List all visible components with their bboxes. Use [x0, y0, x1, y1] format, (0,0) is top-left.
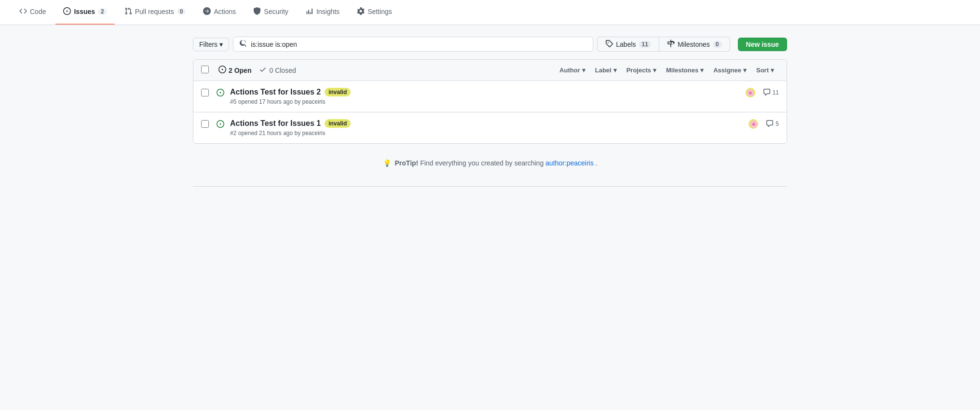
- milestones-filter[interactable]: Milestones ▾: [661, 65, 708, 76]
- sort-chevron: ▾: [771, 67, 774, 74]
- protip-after: .: [596, 159, 598, 167]
- search-input[interactable]: is:issue is:open: [251, 41, 587, 48]
- bulb-icon: 💡: [383, 159, 391, 167]
- assignee-chevron: ▾: [743, 67, 747, 74]
- chevron-down-icon: ▾: [219, 41, 223, 48]
- issue-5-meta: #5 opened 17 hours ago by peaceiris: [230, 98, 740, 105]
- issue-2-label-badge[interactable]: invalid: [325, 119, 351, 128]
- milestone-icon: [667, 40, 675, 49]
- sort-filter[interactable]: Sort ▾: [751, 65, 779, 76]
- issue-2-checkbox[interactable]: [201, 120, 209, 128]
- protip-text: ProTip! Find everything you created by s…: [395, 159, 598, 167]
- filters-button[interactable]: Filters ▾: [193, 38, 229, 51]
- issue-2-meta: #2 opened 21 hours ago by peaceiris: [230, 130, 743, 137]
- insights-icon: [306, 7, 313, 16]
- settings-icon: [357, 7, 365, 16]
- issues-icon: [63, 7, 71, 16]
- issue-5-comment-number: 11: [773, 89, 779, 96]
- label-icon: [605, 40, 613, 49]
- assignee-filter[interactable]: Assignee ▾: [708, 65, 751, 76]
- select-all-checkbox[interactable]: [201, 66, 209, 73]
- tab-security[interactable]: Security: [245, 0, 296, 25]
- new-issue-button[interactable]: New issue: [738, 38, 787, 51]
- label-filter[interactable]: Label ▾: [590, 65, 622, 76]
- filters-label: Filters: [199, 41, 218, 48]
- issues-container: 2 Open 0 Closed Author ▾ Labe: [193, 59, 787, 144]
- issue-5-avatar-emoji: 🌸: [746, 89, 754, 96]
- milestones-text: Milestones: [678, 41, 710, 48]
- protip: 💡 ProTip! Find everything you created by…: [193, 144, 787, 182]
- select-all-checkbox-area[interactable]: [201, 66, 211, 75]
- issue-5-label-badge[interactable]: invalid: [325, 88, 351, 96]
- pull-request-icon: [124, 7, 132, 16]
- author-chevron: ▾: [582, 67, 585, 74]
- closed-count[interactable]: 0 Closed: [259, 66, 296, 75]
- comment-icon-2: [766, 120, 774, 129]
- protip-author-link[interactable]: author:peaceiris: [545, 159, 594, 167]
- tab-code[interactable]: Code: [12, 0, 54, 25]
- open-count[interactable]: 2 Open: [218, 66, 251, 75]
- issue-5-number: #5: [230, 98, 236, 105]
- protip-middle: Find everything you created by searching: [420, 159, 545, 167]
- tab-settings[interactable]: Settings: [349, 0, 400, 25]
- author-filter[interactable]: Author ▾: [555, 65, 590, 76]
- projects-chevron: ▾: [653, 67, 656, 74]
- labels-count: 11: [639, 41, 651, 48]
- issue-5-open-icon: [217, 89, 224, 98]
- new-issue-label: New issue: [746, 41, 779, 48]
- issue-2-number: #2: [230, 130, 236, 137]
- closed-count-text: 0 Closed: [269, 67, 296, 74]
- issue-5-title-row: Actions Test for Issues 2 invalid: [230, 88, 740, 96]
- issue-5-opened-text: opened: [238, 98, 259, 105]
- milestones-filter-text: Milestones: [666, 67, 698, 74]
- issue-5-checkbox-area[interactable]: [201, 89, 211, 98]
- projects-filter[interactable]: Projects ▾: [622, 65, 661, 76]
- issue-2-by-text: by: [295, 130, 302, 137]
- issue-2-right: 🌸 5: [749, 119, 779, 129]
- author-label: Author: [559, 67, 580, 74]
- open-count-text: 2 Open: [229, 67, 251, 74]
- issue-2-author[interactable]: peaceiris: [302, 130, 326, 137]
- issue-2-opened-ago: 21 hours ago: [259, 130, 293, 137]
- issue-2-comment-number: 5: [776, 121, 779, 127]
- tab-pull-requests[interactable]: Pull requests 0: [117, 0, 194, 25]
- tab-settings-label: Settings: [368, 8, 392, 15]
- tab-insights-label: Insights: [316, 8, 340, 15]
- labels-button[interactable]: Labels 11: [597, 37, 659, 52]
- assignee-label: Assignee: [713, 67, 741, 74]
- open-icon: [218, 66, 226, 75]
- issue-5-by-text: by: [295, 98, 302, 105]
- issue-2-open-icon: [217, 120, 224, 129]
- filter-dropdowns: Author ▾ Label ▾ Projects ▾ Milestones ▾…: [555, 65, 779, 76]
- actions-icon: [203, 7, 211, 16]
- tab-security-label: Security: [264, 8, 288, 15]
- issues-header: 2 Open 0 Closed Author ▾ Labe: [193, 60, 787, 81]
- check-icon: [259, 66, 267, 75]
- issue-2-assignee-avatar[interactable]: 🌸: [749, 119, 758, 129]
- issue-2-title[interactable]: Actions Test for Issues 1: [230, 119, 321, 128]
- issue-5-comment-count[interactable]: 11: [763, 88, 779, 97]
- search-box: is:issue is:open: [233, 37, 593, 52]
- tab-issues[interactable]: Issues 2: [55, 0, 114, 25]
- comment-icon-5: [763, 88, 771, 97]
- issue-5-checkbox[interactable]: [201, 89, 209, 96]
- projects-label: Projects: [626, 67, 651, 74]
- issue-5-assignee-avatar[interactable]: 🌸: [746, 88, 755, 97]
- issue-5-author[interactable]: peaceiris: [302, 98, 326, 105]
- tab-issues-label: Issues: [74, 8, 95, 15]
- label-filter-text: Label: [595, 67, 612, 74]
- issues-count-badge: 2: [98, 8, 107, 15]
- milestones-button[interactable]: Milestones 0: [659, 37, 730, 52]
- label-chevron: ▾: [613, 67, 617, 74]
- issue-2-comment-count[interactable]: 5: [766, 120, 779, 129]
- tab-actions-label: Actions: [214, 8, 236, 15]
- tab-code-label: Code: [30, 8, 46, 15]
- search-icon: [239, 40, 247, 49]
- issue-row-5: Actions Test for Issues 2 invalid #5 ope…: [193, 81, 787, 112]
- tab-insights[interactable]: Insights: [298, 0, 347, 25]
- issue-2-checkbox-area[interactable]: [201, 120, 211, 129]
- tab-actions[interactable]: Actions: [195, 0, 244, 25]
- issue-5-body: Actions Test for Issues 2 invalid #5 ope…: [230, 88, 740, 105]
- issue-5-title[interactable]: Actions Test for Issues 2: [230, 88, 321, 96]
- labels-text: Labels: [616, 41, 636, 48]
